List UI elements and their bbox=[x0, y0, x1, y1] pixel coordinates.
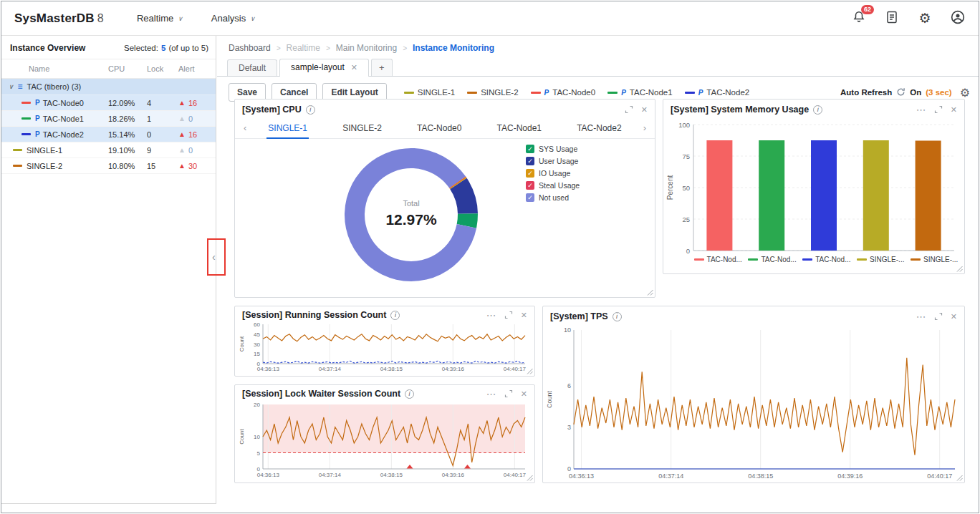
resize-handle[interactable] bbox=[527, 475, 533, 481]
legend-checkbox[interactable]: ✓Not used bbox=[526, 193, 580, 202]
breadcrumb-instance-monitoring[interactable]: Instance Monitoring bbox=[413, 43, 494, 53]
memory-legend-item[interactable]: TAC-Nod... bbox=[748, 256, 796, 263]
cpu-tab-tac-node2[interactable]: TAC-Node2 bbox=[575, 117, 623, 139]
toolbar-legend-item[interactable]: SINGLE-1 bbox=[404, 88, 455, 97]
panel-header: [System] CPU i ✕ bbox=[235, 100, 655, 117]
legend-checkbox[interactable]: ✓Steal Usage bbox=[526, 181, 580, 190]
legend-checkbox[interactable]: ✓User Usage bbox=[526, 157, 580, 165]
more-icon[interactable]: ⋯ bbox=[486, 392, 496, 397]
panel-window-icons: ⋯ ✕ bbox=[486, 389, 527, 399]
legend-swatch bbox=[467, 92, 477, 94]
close-icon[interactable]: ✕ bbox=[521, 311, 527, 320]
instance-row[interactable]: SINGLE-1 19.10% 9 ▲0 bbox=[1, 142, 216, 158]
primary-badge: P bbox=[621, 89, 626, 97]
resize-handle[interactable] bbox=[527, 368, 533, 374]
tab-default[interactable]: Default bbox=[227, 59, 277, 76]
lock-value: 4 bbox=[147, 99, 178, 107]
resize-handle[interactable] bbox=[647, 289, 653, 296]
expand-icon[interactable] bbox=[625, 105, 633, 114]
breadcrumb-separator: > bbox=[277, 44, 281, 52]
settings-button[interactable]: ⚙ bbox=[917, 11, 933, 26]
more-icon[interactable]: ⋯ bbox=[916, 107, 926, 112]
panel-system-cpu: [System] CPU i ✕ ‹ SINGLE-1 SINGLE-2 TAC… bbox=[234, 99, 655, 298]
svg-text:10: 10 bbox=[564, 326, 571, 334]
nav-realtime[interactable]: Realtime ∨ bbox=[137, 13, 183, 24]
info-icon[interactable]: i bbox=[612, 312, 622, 321]
checkbox-icon: ✓ bbox=[526, 169, 534, 178]
legend-swatch bbox=[802, 258, 812, 261]
legend-checkbox[interactable]: ✓SYS Usage bbox=[526, 145, 580, 153]
expand-icon[interactable] bbox=[504, 311, 513, 319]
panel-window-icons: ⋯ ✕ bbox=[916, 105, 957, 115]
column-lock[interactable]: Lock bbox=[147, 64, 178, 73]
legend-swatch bbox=[748, 258, 758, 261]
memory-legend-item[interactable]: TAC-Nod... bbox=[694, 256, 742, 263]
app-logo[interactable]: SysMasterDB 8 bbox=[14, 11, 104, 26]
legend-swatch bbox=[911, 258, 921, 261]
breadcrumb-dashboard[interactable]: Dashboard bbox=[229, 43, 271, 53]
cpu-tab-tac-node0[interactable]: TAC-Node0 bbox=[415, 117, 463, 139]
column-alert[interactable]: Alert bbox=[178, 64, 210, 73]
memory-legend-item[interactable]: TAC-Nod... bbox=[802, 256, 850, 263]
collapse-chevron-icon[interactable]: ∨ bbox=[9, 83, 14, 90]
cpu-instance-tabs: ‹ SINGLE-1 SINGLE-2 TAC-Node0 TAC-Node1 … bbox=[235, 117, 655, 139]
column-cpu[interactable]: CPU bbox=[108, 64, 147, 73]
instance-row[interactable]: P TAC-Node1 18.26% 1 ▲0 bbox=[1, 111, 216, 127]
instance-name: TAC-Node1 bbox=[43, 115, 108, 123]
toolbar-legend-item[interactable]: PTAC-Node0 bbox=[531, 88, 596, 97]
info-icon[interactable]: i bbox=[405, 389, 414, 399]
tabs-next-icon[interactable]: › bbox=[643, 122, 646, 133]
memory-legend-item[interactable]: SINGLE-... bbox=[857, 256, 904, 263]
lock-value: 1 bbox=[147, 115, 178, 123]
info-icon[interactable]: i bbox=[390, 311, 400, 320]
panel-header: [System] TPS i ⋯ ✕ bbox=[543, 306, 964, 324]
main-content: Dashboard > Realtime > Main Monitoring >… bbox=[217, 36, 979, 513]
more-icon[interactable]: ⋯ bbox=[916, 314, 926, 319]
instance-row[interactable]: SINGLE-2 10.80% 15 ▲30 bbox=[1, 158, 216, 174]
more-icon[interactable]: ⋯ bbox=[486, 313, 496, 318]
info-icon[interactable]: i bbox=[306, 105, 315, 115]
nav-analysis[interactable]: Analysis ∨ bbox=[211, 13, 255, 24]
breadcrumb-main-monitoring[interactable]: Main Monitoring bbox=[336, 43, 397, 53]
refresh-settings-gear-icon[interactable]: ⚙ bbox=[960, 86, 970, 100]
toolbar-legend-item[interactable]: PTAC-Node2 bbox=[685, 88, 750, 97]
notifications-button[interactable]: 62 bbox=[851, 11, 867, 26]
panel-memory-usage: [System] System Memory Usage i ⋯ ✕ 02550… bbox=[663, 99, 965, 274]
alert-triangle-icon: ▲ bbox=[178, 131, 186, 138]
svg-text:6: 6 bbox=[567, 382, 571, 389]
series-color-swatch bbox=[21, 102, 31, 104]
account-button[interactable] bbox=[950, 11, 966, 26]
memory-legend-item[interactable]: SINGLE-... bbox=[911, 256, 958, 263]
sidebar-collapse-toggle[interactable]: ‹ bbox=[212, 251, 216, 263]
panel-window-icons: ⋯ ✕ bbox=[486, 311, 527, 320]
instance-row[interactable]: P TAC-Node0 12.09% 4 ▲16 bbox=[1, 95, 216, 111]
breadcrumb-realtime[interactable]: Realtime bbox=[287, 43, 320, 53]
expand-icon[interactable] bbox=[934, 105, 943, 114]
resize-handle[interactable] bbox=[956, 266, 963, 272]
info-icon[interactable]: i bbox=[813, 105, 822, 115]
close-icon[interactable]: ✕ bbox=[521, 389, 527, 399]
auto-refresh-control[interactable]: Auto Refresh On (3 sec) ⚙ bbox=[840, 86, 970, 100]
tab-sample-layout[interactable]: sample-layout ✕ bbox=[279, 59, 369, 77]
toolbar-legend-item[interactable]: PTAC-Node1 bbox=[607, 88, 673, 97]
instance-row[interactable]: P TAC-Node2 15.14% 0 ▲16 bbox=[1, 127, 216, 142]
legend-checkbox[interactable]: ✓IO Usage bbox=[526, 169, 580, 178]
close-icon[interactable]: ✕ bbox=[951, 105, 957, 115]
expand-icon[interactable] bbox=[504, 389, 513, 398]
alert-cell: ▲16 bbox=[178, 99, 210, 107]
close-icon[interactable]: ✕ bbox=[351, 63, 357, 72]
instance-group-row[interactable]: ∨ ≡ TAC (tibero) (3) bbox=[1, 79, 216, 95]
add-tab-button[interactable]: + bbox=[371, 59, 393, 76]
cpu-tab-single-2[interactable]: SINGLE-2 bbox=[341, 117, 383, 139]
close-icon[interactable]: ✕ bbox=[951, 312, 957, 321]
expand-icon[interactable] bbox=[934, 312, 943, 321]
svg-text:04:37:14: 04:37:14 bbox=[319, 366, 342, 372]
close-icon[interactable]: ✕ bbox=[641, 105, 648, 115]
toolbar-legend-item[interactable]: SINGLE-2 bbox=[467, 88, 518, 97]
panel-lock-waiter-session-count: [Session] Lock Waiter Session Count i ⋯ … bbox=[234, 384, 535, 483]
report-button[interactable] bbox=[884, 11, 900, 26]
column-name[interactable]: Name bbox=[7, 64, 108, 73]
cpu-tab-single-1[interactable]: SINGLE-1 bbox=[266, 117, 309, 139]
cpu-tab-tac-node1[interactable]: TAC-Node1 bbox=[496, 117, 543, 139]
resize-handle[interactable] bbox=[956, 475, 963, 481]
